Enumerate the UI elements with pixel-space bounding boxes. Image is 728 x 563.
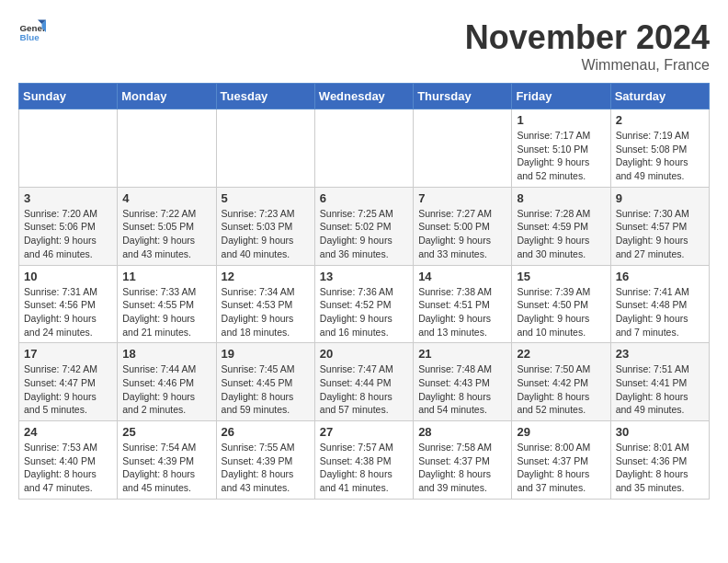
calendar-cell: 14Sunrise: 7:38 AM Sunset: 4:51 PM Dayli… — [414, 265, 512, 343]
calendar-cell — [118, 109, 216, 188]
day-number: 13 — [320, 270, 408, 283]
day-number: 17 — [24, 347, 112, 361]
day-number: 8 — [517, 191, 605, 205]
calendar-cell: 25Sunrise: 7:54 AM Sunset: 4:39 PM Dayli… — [118, 421, 216, 500]
day-of-week-header: Tuesday — [216, 84, 314, 109]
calendar-cell: 11Sunrise: 7:33 AM Sunset: 4:55 PM Dayli… — [118, 265, 216, 343]
week-row: 17Sunrise: 7:42 AM Sunset: 4:47 PM Dayli… — [19, 343, 710, 421]
calendar-cell — [414, 109, 512, 188]
day-info: Sunrise: 7:17 AM Sunset: 5:10 PM Dayligh… — [517, 129, 605, 183]
day-info: Sunrise: 7:58 AM Sunset: 4:37 PM Dayligh… — [418, 441, 506, 495]
day-number: 15 — [517, 270, 605, 283]
calendar-cell: 7Sunrise: 7:27 AM Sunset: 5:00 PM Daylig… — [414, 187, 512, 265]
month-title: November 2024 — [465, 18, 710, 57]
calendar-cell: 27Sunrise: 7:57 AM Sunset: 4:38 PM Dayli… — [314, 421, 413, 500]
day-number: 23 — [616, 347, 704, 361]
calendar-cell: 24Sunrise: 7:53 AM Sunset: 4:40 PM Dayli… — [19, 421, 118, 500]
day-number: 7 — [418, 191, 506, 205]
calendar-cell: 13Sunrise: 7:36 AM Sunset: 4:52 PM Dayli… — [314, 265, 413, 343]
day-number: 22 — [517, 347, 605, 361]
day-info: Sunrise: 7:22 AM Sunset: 5:05 PM Dayligh… — [122, 207, 210, 261]
calendar-cell: 4Sunrise: 7:22 AM Sunset: 5:05 PM Daylig… — [118, 187, 216, 265]
calendar-cell: 30Sunrise: 8:01 AM Sunset: 4:36 PM Dayli… — [610, 421, 709, 500]
day-number: 16 — [616, 270, 704, 283]
day-info: Sunrise: 7:48 AM Sunset: 4:43 PM Dayligh… — [418, 362, 506, 417]
calendar-cell: 2Sunrise: 7:19 AM Sunset: 5:08 PM Daylig… — [610, 109, 709, 188]
calendar-cell: 16Sunrise: 7:41 AM Sunset: 4:48 PM Dayli… — [610, 265, 709, 343]
day-number: 5 — [222, 191, 310, 205]
day-info: Sunrise: 7:53 AM Sunset: 4:40 PM Dayligh… — [24, 441, 112, 495]
day-info: Sunrise: 7:38 AM Sunset: 4:51 PM Dayligh… — [418, 285, 506, 339]
day-info: Sunrise: 7:27 AM Sunset: 5:00 PM Dayligh… — [418, 207, 506, 261]
day-number: 19 — [222, 347, 310, 361]
day-info: Sunrise: 7:54 AM Sunset: 4:39 PM Dayligh… — [122, 441, 210, 495]
day-number: 14 — [418, 270, 506, 283]
day-info: Sunrise: 7:28 AM Sunset: 4:59 PM Dayligh… — [517, 207, 605, 261]
day-info: Sunrise: 7:36 AM Sunset: 4:52 PM Dayligh… — [320, 285, 408, 339]
day-info: Sunrise: 7:57 AM Sunset: 4:38 PM Dayligh… — [320, 441, 408, 495]
calendar-cell: 10Sunrise: 7:31 AM Sunset: 4:56 PM Dayli… — [19, 265, 118, 343]
calendar-cell: 18Sunrise: 7:44 AM Sunset: 4:46 PM Dayli… — [118, 343, 216, 421]
day-info: Sunrise: 7:23 AM Sunset: 5:03 PM Dayligh… — [222, 207, 310, 261]
calendar-cell — [19, 109, 118, 188]
day-number: 26 — [222, 425, 310, 439]
day-number: 25 — [122, 425, 210, 439]
day-info: Sunrise: 7:33 AM Sunset: 4:55 PM Dayligh… — [122, 285, 210, 339]
day-info: Sunrise: 8:01 AM Sunset: 4:36 PM Dayligh… — [616, 441, 704, 495]
day-number: 12 — [222, 270, 310, 283]
calendar-cell: 1Sunrise: 7:17 AM Sunset: 5:10 PM Daylig… — [512, 109, 610, 188]
day-info: Sunrise: 7:30 AM Sunset: 4:57 PM Dayligh… — [616, 207, 704, 261]
day-of-week-header: Sunday — [19, 84, 118, 109]
week-row: 10Sunrise: 7:31 AM Sunset: 4:56 PM Dayli… — [19, 265, 710, 343]
day-info: Sunrise: 7:41 AM Sunset: 4:48 PM Dayligh… — [616, 285, 704, 339]
week-row: 24Sunrise: 7:53 AM Sunset: 4:40 PM Dayli… — [19, 421, 710, 500]
calendar-cell: 17Sunrise: 7:42 AM Sunset: 4:47 PM Dayli… — [19, 343, 118, 421]
day-number: 29 — [517, 425, 605, 439]
day-number: 20 — [320, 347, 408, 361]
day-number: 6 — [320, 191, 408, 205]
day-number: 24 — [24, 425, 112, 439]
day-number: 4 — [122, 191, 210, 205]
day-number: 11 — [122, 270, 210, 283]
day-of-week-header: Wednesday — [314, 84, 413, 109]
calendar-cell: 6Sunrise: 7:25 AM Sunset: 5:02 PM Daylig… — [314, 187, 413, 265]
day-info: Sunrise: 7:47 AM Sunset: 4:44 PM Dayligh… — [320, 362, 408, 417]
day-of-week-header: Monday — [118, 84, 216, 109]
day-info: Sunrise: 7:55 AM Sunset: 4:39 PM Dayligh… — [222, 441, 310, 495]
day-number: 1 — [517, 113, 605, 127]
day-number: 9 — [616, 191, 704, 205]
calendar-cell: 22Sunrise: 7:50 AM Sunset: 4:42 PM Dayli… — [512, 343, 610, 421]
location: Wimmenau, France — [465, 57, 710, 74]
day-number: 18 — [122, 347, 210, 361]
day-info: Sunrise: 7:20 AM Sunset: 5:06 PM Dayligh… — [24, 207, 112, 261]
calendar: SundayMondayTuesdayWednesdayThursdayFrid… — [18, 83, 710, 500]
calendar-cell: 26Sunrise: 7:55 AM Sunset: 4:39 PM Dayli… — [216, 421, 314, 500]
header: General Blue November 2024 Wimmenau, Fra… — [18, 18, 710, 74]
calendar-cell: 15Sunrise: 7:39 AM Sunset: 4:50 PM Dayli… — [512, 265, 610, 343]
calendar-cell: 5Sunrise: 7:23 AM Sunset: 5:03 PM Daylig… — [216, 187, 314, 265]
day-info: Sunrise: 7:50 AM Sunset: 4:42 PM Dayligh… — [517, 362, 605, 417]
day-info: Sunrise: 7:31 AM Sunset: 4:56 PM Dayligh… — [24, 285, 112, 339]
calendar-cell — [314, 109, 413, 188]
day-info: Sunrise: 8:00 AM Sunset: 4:37 PM Dayligh… — [517, 441, 605, 495]
logo: General Blue — [18, 18, 46, 46]
day-info: Sunrise: 7:25 AM Sunset: 5:02 PM Dayligh… — [320, 207, 408, 261]
day-number: 21 — [418, 347, 506, 361]
title-area: November 2024 Wimmenau, France — [465, 18, 710, 74]
calendar-cell: 9Sunrise: 7:30 AM Sunset: 4:57 PM Daylig… — [610, 187, 709, 265]
calendar-cell: 29Sunrise: 8:00 AM Sunset: 4:37 PM Dayli… — [512, 421, 610, 500]
day-number: 28 — [418, 425, 506, 439]
day-number: 30 — [616, 425, 704, 439]
week-row: 3Sunrise: 7:20 AM Sunset: 5:06 PM Daylig… — [19, 187, 710, 265]
calendar-cell: 19Sunrise: 7:45 AM Sunset: 4:45 PM Dayli… — [216, 343, 314, 421]
day-info: Sunrise: 7:34 AM Sunset: 4:53 PM Dayligh… — [222, 285, 310, 339]
week-row: 1Sunrise: 7:17 AM Sunset: 5:10 PM Daylig… — [19, 109, 710, 188]
day-info: Sunrise: 7:51 AM Sunset: 4:41 PM Dayligh… — [616, 362, 704, 417]
day-number: 2 — [616, 113, 704, 127]
calendar-header-row: SundayMondayTuesdayWednesdayThursdayFrid… — [19, 84, 710, 109]
svg-text:Blue: Blue — [20, 32, 40, 42]
calendar-cell: 8Sunrise: 7:28 AM Sunset: 4:59 PM Daylig… — [512, 187, 610, 265]
calendar-cell: 28Sunrise: 7:58 AM Sunset: 4:37 PM Dayli… — [414, 421, 512, 500]
calendar-cell: 21Sunrise: 7:48 AM Sunset: 4:43 PM Dayli… — [414, 343, 512, 421]
calendar-cell: 20Sunrise: 7:47 AM Sunset: 4:44 PM Dayli… — [314, 343, 413, 421]
